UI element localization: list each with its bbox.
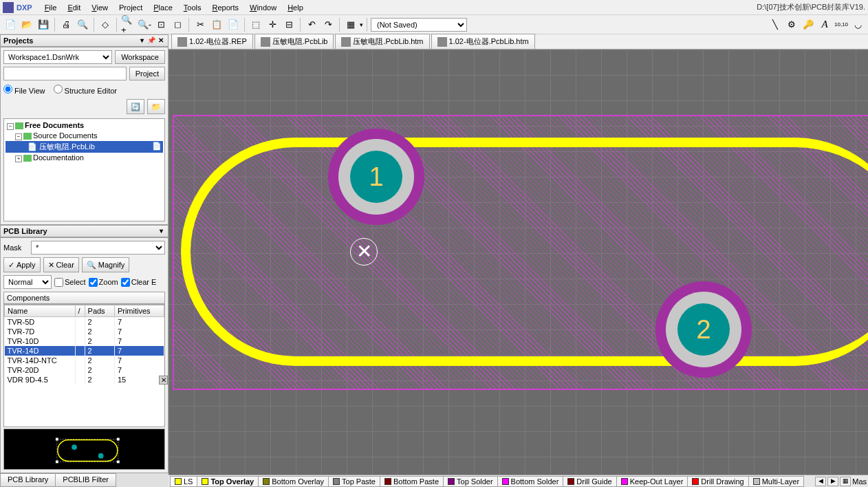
deselect-button[interactable]: ⊟ bbox=[281, 17, 296, 32]
mask-select[interactable]: * bbox=[31, 241, 165, 255]
components-table[interactable]: Name / Pads Primitives TVR-5D27TVR-7D27T… bbox=[3, 304, 165, 427]
menu-view[interactable]: View bbox=[86, 2, 113, 13]
select-checkbox[interactable]: Select bbox=[54, 278, 86, 287]
col-sort[interactable]: / bbox=[75, 305, 85, 317]
layer-tab[interactable]: Drill Drawing bbox=[687, 476, 748, 487]
zoom-out-button[interactable]: 🔍- bbox=[137, 17, 152, 32]
zoom-checkbox[interactable]: Zoom bbox=[89, 278, 118, 287]
layer-tab[interactable]: Top Paste bbox=[328, 476, 380, 487]
table-row[interactable]: TVR-10D27 bbox=[5, 336, 164, 346]
tool-line-icon[interactable]: ╲ bbox=[768, 17, 783, 32]
menu-file[interactable]: File bbox=[39, 2, 63, 13]
open-button[interactable]: 📂 bbox=[19, 17, 34, 32]
layer-tab[interactable]: LS bbox=[170, 476, 197, 487]
clear-button[interactable]: ✕ Clear bbox=[43, 257, 79, 272]
panel-close-icon[interactable]: ✕ bbox=[157, 36, 165, 45]
col-primitives[interactable]: Primitives bbox=[114, 305, 164, 317]
menu-window[interactable]: Window bbox=[244, 2, 282, 13]
tool-key-icon[interactable]: 🔑 bbox=[801, 17, 816, 32]
panel-close-x[interactable]: ✕ bbox=[159, 376, 168, 385]
layer-menu-button[interactable]: ▦ bbox=[840, 477, 851, 486]
layer-tab[interactable]: Multi-Layer bbox=[748, 476, 804, 487]
undo-button[interactable]: ↶ bbox=[304, 17, 319, 32]
project-input[interactable] bbox=[3, 67, 127, 80]
menu-place[interactable]: Place bbox=[148, 2, 178, 13]
doc-tab[interactable]: 1.02-电位器.REP bbox=[171, 34, 253, 49]
expand-icon[interactable]: + bbox=[15, 155, 22, 162]
layer-tab[interactable]: Top Overlay bbox=[197, 476, 259, 487]
collapse-icon[interactable]: − bbox=[7, 123, 14, 130]
component-outline[interactable] bbox=[181, 138, 868, 366]
collapse-icon[interactable]: − bbox=[15, 133, 22, 140]
panel-pin-icon[interactable]: 📌 bbox=[147, 36, 155, 45]
layer-tab[interactable]: Top Solder bbox=[443, 476, 498, 487]
move-button[interactable]: ✛ bbox=[265, 17, 280, 32]
file-view-radio[interactable]: File View bbox=[3, 85, 45, 95]
table-row[interactable]: VDR 9D-4.5215 bbox=[5, 375, 164, 385]
select-button[interactable]: ⬚ bbox=[248, 17, 263, 32]
menu-project[interactable]: Project bbox=[113, 2, 148, 13]
layer-tab[interactable]: Bottom Paste bbox=[380, 476, 444, 487]
table-row[interactable]: TVR-5D27 bbox=[5, 317, 164, 327]
workspace-select[interactable]: Workspace1.DsnWrk bbox=[3, 50, 112, 64]
tool-arc-icon[interactable]: ◡ bbox=[850, 17, 865, 32]
col-pads[interactable]: Pads bbox=[85, 305, 114, 317]
normal-select[interactable]: Normal bbox=[3, 275, 52, 289]
folder-button[interactable]: 📁 bbox=[147, 99, 165, 114]
menu-tools[interactable]: Tools bbox=[178, 2, 207, 13]
table-row[interactable]: TVR-7D27 bbox=[5, 327, 164, 336]
layer-tab[interactable]: Drill Guide bbox=[563, 476, 616, 487]
tool-gear-icon[interactable]: ⚙ bbox=[784, 17, 799, 32]
workspace-button[interactable]: Workspace bbox=[115, 50, 165, 64]
paste-button[interactable]: 📄 bbox=[226, 17, 241, 32]
menu-reports[interactable]: Reports bbox=[206, 2, 244, 13]
menu-help[interactable]: Help bbox=[282, 2, 309, 13]
app-logo-icon bbox=[3, 2, 14, 13]
pcb-canvas[interactable]: 1 2 bbox=[169, 50, 868, 475]
pad-1[interactable]: 1 bbox=[328, 129, 424, 225]
doc-tab[interactable]: 压敏电阻.PcbLib.htm bbox=[335, 34, 429, 49]
saved-combo[interactable]: (Not Saved) bbox=[371, 18, 467, 32]
panel-dropdown-icon[interactable]: ▾ bbox=[138, 36, 146, 45]
grid-button[interactable]: ▦ bbox=[343, 17, 358, 32]
doc-tab[interactable]: 1.02-电位器.PcbLib.htm bbox=[431, 34, 535, 49]
project-tree[interactable]: −Free Documents −Source Documents 📄 压敏电阻… bbox=[3, 118, 165, 221]
projects-title: Projects bbox=[3, 36, 33, 45]
print-button[interactable]: 🖨 bbox=[58, 17, 74, 32]
zoom-area-button[interactable]: ◻ bbox=[170, 17, 185, 32]
table-row[interactable]: TVR-14D-NTC27 bbox=[5, 356, 164, 365]
zoom-fit-button[interactable]: ⊡ bbox=[153, 17, 169, 32]
col-name[interactable]: Name bbox=[5, 305, 76, 317]
table-row[interactable]: TVR-14D27 bbox=[5, 346, 164, 356]
magnify-button[interactable]: 🔍 Magnify bbox=[82, 257, 130, 272]
menu-edit[interactable]: Edit bbox=[62, 2, 86, 13]
tab-pcb-library[interactable]: PCB Library bbox=[0, 473, 56, 487]
layers-icon[interactable]: ◇ bbox=[98, 17, 113, 32]
clear-checkbox[interactable]: Clear E bbox=[121, 278, 157, 287]
table-row[interactable]: TVR-20D27 bbox=[5, 365, 164, 375]
tree-file-selected[interactable]: 📄 压敏电阻.PcbLib📄 bbox=[6, 141, 163, 153]
tool-text-icon[interactable]: A bbox=[817, 17, 832, 32]
tool-dim-icon[interactable]: 10,10 bbox=[834, 17, 849, 32]
new-button[interactable]: 📄 bbox=[3, 17, 18, 32]
panel-dropdown-icon[interactable]: ▾ bbox=[157, 227, 165, 235]
apply-button[interactable]: ✓ Apply bbox=[3, 257, 41, 272]
copy-button[interactable]: 📋 bbox=[209, 17, 224, 32]
structure-editor-radio[interactable]: Structure Editor bbox=[54, 85, 117, 95]
layer-tab[interactable]: Keep-Out Layer bbox=[616, 476, 688, 487]
redo-button[interactable]: ↷ bbox=[321, 17, 336, 32]
save-button[interactable]: 💾 bbox=[36, 17, 51, 32]
preview-button[interactable]: 🔍 bbox=[75, 17, 90, 32]
layer-next-button[interactable]: ▶ bbox=[827, 477, 838, 486]
refresh-button[interactable]: 🔄 bbox=[127, 99, 144, 114]
project-button[interactable]: Project bbox=[129, 67, 165, 80]
layer-swatch bbox=[753, 478, 760, 485]
layer-tab[interactable]: Bottom Overlay bbox=[258, 476, 329, 487]
doc-tab[interactable]: 压敏电阻.PcbLib bbox=[254, 34, 334, 49]
layer-tab[interactable]: Bottom Solder bbox=[497, 476, 564, 487]
cut-button[interactable]: ✂ bbox=[193, 17, 208, 32]
layer-prev-button[interactable]: ◀ bbox=[815, 477, 826, 486]
tab-pcblib-filter[interactable]: PCBLIB Filter bbox=[55, 473, 116, 487]
zoom-in-button[interactable]: 🔍+ bbox=[120, 17, 135, 32]
pad-2[interactable]: 2 bbox=[655, 281, 752, 378]
